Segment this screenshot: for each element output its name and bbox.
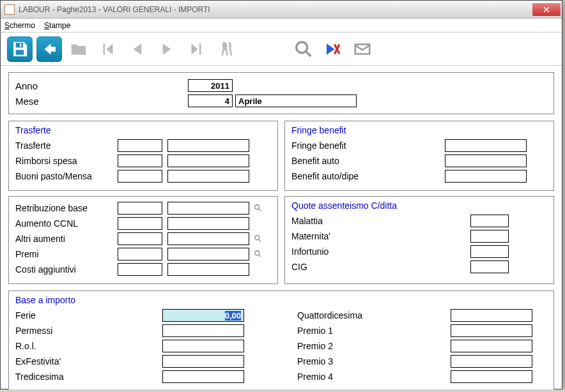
base-right-label: Premio 3 <box>297 356 451 366</box>
trasferte-label: Rimborsi spesa <box>15 156 118 166</box>
retrib-value2[interactable] <box>167 263 249 276</box>
mese-label: Mese <box>15 96 162 107</box>
base-panel: Base a importo Ferie Permessi R.o.l. <box>8 290 554 389</box>
back-button[interactable] <box>36 36 62 62</box>
quote-label: Maternita' <box>291 231 470 241</box>
base-right-value[interactable] <box>451 355 532 368</box>
base-right-value[interactable] <box>451 309 532 322</box>
anno-input[interactable] <box>188 79 233 92</box>
retrib-label: Costi aggiuntivi <box>15 264 118 275</box>
anno-label: Anno <box>15 80 162 91</box>
retrib-label: Premi <box>15 249 118 259</box>
quote-value[interactable] <box>470 215 509 227</box>
last-button[interactable] <box>183 36 209 62</box>
retrib-panel: Retribuzione base Aumento CCNL <box>8 196 278 284</box>
fringe-value[interactable] <box>445 170 527 183</box>
trasferte-value2[interactable] <box>167 155 249 167</box>
prev-button[interactable] <box>125 36 150 62</box>
header-panel: Anno Mese <box>8 72 554 114</box>
base-right-label: Premio 2 <box>297 341 451 351</box>
base-left-value[interactable] <box>162 309 244 322</box>
retrib-value1[interactable] <box>118 217 162 230</box>
quote-value[interactable] <box>470 260 509 273</box>
app-icon <box>4 4 15 15</box>
first-button[interactable] <box>95 36 121 62</box>
base-left-value[interactable] <box>162 355 244 368</box>
lookup-icon[interactable] <box>253 249 263 259</box>
content-area: Anno Mese Trasferte Trasferte <box>1 66 562 389</box>
base-right-label: Premio 4 <box>297 372 451 382</box>
retrib-value1[interactable] <box>118 263 162 276</box>
trasferte-panel: Trasferte Trasferte Rimborsi spesa <box>8 121 278 191</box>
fringe-panel: Fringe benefit Fringe benefit Benefit au… <box>284 121 554 191</box>
fringe-label: Benefit auto/dipe <box>291 171 445 181</box>
base-left-label: Permessi <box>15 326 162 336</box>
base-title: Base a importo <box>15 295 547 305</box>
app-window: LABOUR - Paghe2013 - VALORI GENERALI - I… <box>0 0 562 389</box>
svg-rect-2 <box>20 43 22 47</box>
retrib-value1[interactable] <box>118 202 162 215</box>
base-left-label: R.o.l. <box>15 341 162 351</box>
quote-value[interactable] <box>470 245 509 258</box>
retrib-value2[interactable] <box>167 232 249 245</box>
trasferte-label: Trasferte <box>15 140 118 151</box>
next-button[interactable] <box>154 36 180 62</box>
lookup-icon[interactable] <box>253 203 263 213</box>
mese-input[interactable] <box>188 94 233 107</box>
svg-rect-1 <box>16 50 24 55</box>
base-right-value[interactable] <box>451 340 532 352</box>
base-left-value[interactable] <box>162 324 244 337</box>
fringe-value[interactable] <box>445 139 527 152</box>
base-left-value[interactable] <box>162 340 244 352</box>
retrib-label: Altri aumenti <box>15 234 118 244</box>
fringe-title: Fringe benefit <box>291 125 547 135</box>
menu-schermo[interactable]: Schermo <box>4 21 35 30</box>
base-left-label: ExFestivita' <box>15 356 162 366</box>
base-left-value[interactable] <box>162 370 244 383</box>
svg-point-7 <box>255 251 259 255</box>
retrib-value1[interactable] <box>118 232 162 245</box>
retrib-label: Retribuzione base <box>15 203 118 213</box>
trasferte-value2[interactable] <box>167 139 249 152</box>
lookup-icon[interactable] <box>253 234 263 244</box>
save-button[interactable] <box>7 36 33 62</box>
stop-play-button[interactable] <box>320 36 346 62</box>
trasferte-label: Buoni pasto/Mensa <box>15 171 118 181</box>
fringe-value[interactable] <box>445 155 527 167</box>
quote-title: Quote assenteismo C/ditta <box>291 200 547 211</box>
quote-label: Infortunio <box>291 246 470 257</box>
quote-panel: Quote assenteismo C/ditta Malattia Mater… <box>284 196 554 284</box>
menu-stampe[interactable]: Stampe <box>44 21 70 30</box>
base-right-value[interactable] <box>451 324 532 337</box>
svg-point-5 <box>255 205 259 209</box>
retrib-value2[interactable] <box>167 202 249 215</box>
retrib-value1[interactable] <box>118 248 162 260</box>
quote-value[interactable] <box>470 230 509 243</box>
svg-rect-0 <box>16 43 23 48</box>
quote-label: CIG <box>291 262 470 272</box>
retrib-value2[interactable] <box>167 248 249 260</box>
base-right-value[interactable] <box>451 370 532 383</box>
find-button[interactable] <box>213 36 238 62</box>
svg-point-3 <box>297 41 307 52</box>
fringe-label: Fringe benefit <box>291 140 445 151</box>
folder-button[interactable] <box>66 36 91 62</box>
trasferte-value1[interactable] <box>118 170 162 183</box>
fringe-label: Benefit auto <box>291 156 445 166</box>
mese-name-input[interactable] <box>235 94 357 107</box>
mail-button[interactable] <box>350 36 375 62</box>
base-left-label: Ferie <box>15 310 162 320</box>
window-title: LABOUR - Paghe2013 - VALORI GENERALI - I… <box>19 5 532 14</box>
close-button[interactable] <box>532 3 561 16</box>
trasferte-value1[interactable] <box>118 155 162 167</box>
base-right-label: Premio 1 <box>297 326 451 336</box>
zoom-button[interactable] <box>291 36 316 62</box>
trasferte-value1[interactable] <box>118 139 162 152</box>
quote-label: Malattia <box>291 216 470 226</box>
retrib-label: Aumento CCNL <box>15 218 118 229</box>
titlebar: LABOUR - Paghe2013 - VALORI GENERALI - I… <box>1 1 562 19</box>
trasferte-value2[interactable] <box>167 170 249 183</box>
retrib-value2[interactable] <box>167 217 249 230</box>
menubar: Schermo Stampe <box>1 19 562 33</box>
trasferte-title: Trasferte <box>15 125 271 135</box>
